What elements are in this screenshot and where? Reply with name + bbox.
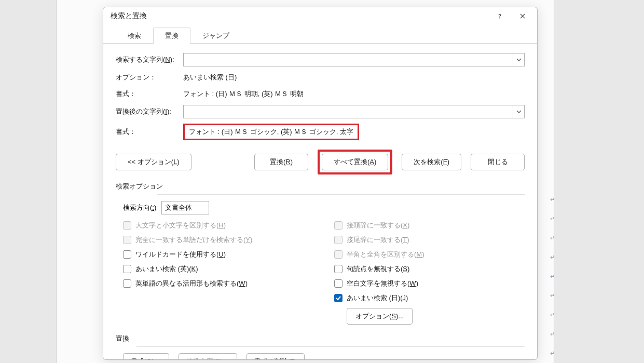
tab-jump[interactable]: ジャンプ <box>190 28 241 44</box>
close-dialog-button[interactable]: 閉じる <box>471 154 525 170</box>
format2-label: 書式： <box>116 127 183 137</box>
check-whole-word: 完全に一致する単語だけを検索する(Y) <box>123 235 313 245</box>
find-replace-dialog: 検索と置換 検索 置換 ジャンプ 検索する文字列(N): <box>103 7 538 360</box>
option-label: オプション： <box>116 73 183 82</box>
check-match-case: 大文字と小文字を区別する(H) <box>123 221 313 230</box>
no-formatting-button[interactable]: 書式の削除(T) <box>246 353 305 359</box>
find-input[interactable] <box>184 53 513 66</box>
check-match-prefix: 接頭辞に一致する(X) <box>334 221 525 230</box>
replace-all-button[interactable]: すべて置換(A) <box>322 154 388 170</box>
svg-point-0 <box>500 18 500 18</box>
check-word-forms[interactable]: 英単語の異なる活用形も検索する(W) <box>123 279 313 288</box>
help-button[interactable] <box>488 8 511 24</box>
format1-label: 書式： <box>116 89 183 99</box>
tab-bar: 検索 置換 ジャンプ <box>103 25 537 44</box>
special-menu-button: 特殊文字(E)▼ <box>179 353 237 359</box>
direction-select[interactable]: 文書全体 <box>161 201 209 214</box>
tab-search[interactable]: 検索 <box>116 28 153 44</box>
check-half-full: 半角と全角を区別する(M) <box>334 250 525 259</box>
tab-replace[interactable]: 置換 <box>153 28 190 44</box>
dialog-titlebar: 検索と置換 <box>103 7 537 25</box>
check-wildcard[interactable]: ワイルドカードを使用する(U) <box>123 250 313 259</box>
check-match-suffix: 接尾辞に一致する(T) <box>334 235 525 245</box>
find-input-combo[interactable] <box>183 53 525 66</box>
replace-all-highlight: すべて置換(A) <box>318 150 392 174</box>
less-options-button[interactable]: << オプション(L) <box>116 154 191 170</box>
find-next-button[interactable]: 次を検索(F) <box>402 154 461 170</box>
find-dropdown[interactable] <box>513 53 524 66</box>
find-label: 検索する文字列(N): <box>116 55 183 64</box>
dialog-title: 検索と置換 <box>111 11 147 21</box>
fuzzy-options-button[interactable]: オプション(S)... <box>347 308 413 325</box>
format1-value: フォント : (日) ＭＳ 明朝, (英) ＭＳ 明朝 <box>183 89 525 99</box>
check-ignore-space[interactable]: 空白文字を無視する(W) <box>334 279 525 288</box>
check-sounds-like-en[interactable]: あいまい検索 (英)(K) <box>123 264 313 274</box>
direction-label: 検索方向(:) <box>123 203 156 212</box>
replace-input[interactable] <box>184 105 513 118</box>
search-options-title: 検索オプション <box>116 182 525 191</box>
format-menu-button[interactable]: 書式(O)▼ <box>123 353 169 359</box>
replace-section-title: 置換 <box>116 334 525 343</box>
replace-one-button[interactable]: 置換(R) <box>254 154 308 170</box>
option-value: あいまい検索 (日) <box>183 73 525 82</box>
close-button[interactable] <box>511 8 534 24</box>
check-sounds-like-ja[interactable]: あいまい検索 (日)(J) <box>334 293 525 303</box>
replace-label: 置換後の文字列(I): <box>116 107 183 116</box>
format2-value-highlight: フォント : (日) ＭＳ ゴシック, (英) ＭＳ ゴシック, 太字 <box>183 124 359 140</box>
action-button-row: << オプション(L) 置換(R) すべて置換(A) 次を検索(F) 閉じる <box>116 150 525 174</box>
paragraph-marks-col: ↵↵↵↵↵↵↵↵↵↵ <box>550 196 555 363</box>
replace-input-combo[interactable] <box>183 105 525 118</box>
replace-dropdown[interactable] <box>513 105 524 118</box>
check-ignore-punct[interactable]: 句読点を無視する(S) <box>334 264 525 274</box>
